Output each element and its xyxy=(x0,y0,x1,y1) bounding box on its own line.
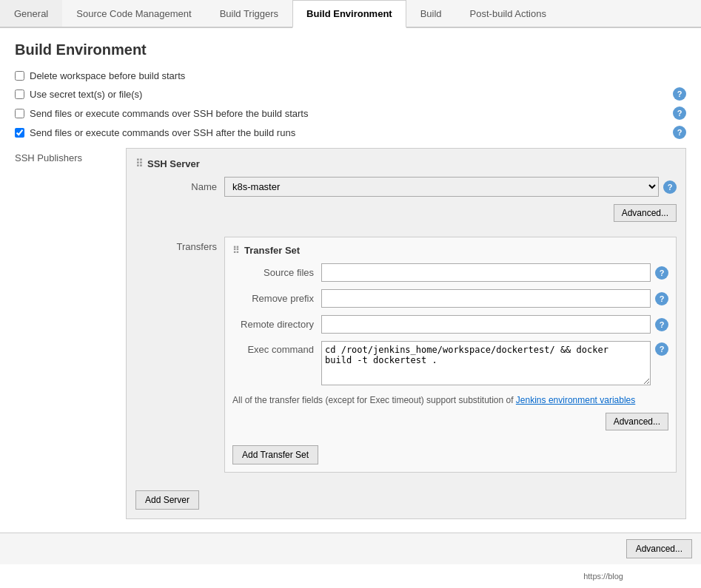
name-help-icon[interactable]: ? xyxy=(663,180,677,194)
transfer-set-box: ⠿ Transfer Set Source files ? Remove pre… xyxy=(224,237,677,473)
source-files-input[interactable] xyxy=(321,263,651,282)
ssh-before-checkbox[interactable] xyxy=(15,109,24,118)
use-secret-help-icon[interactable]: ? xyxy=(673,87,686,101)
remote-dir-row: Remote directory ? xyxy=(232,315,668,334)
name-field-row: Name k8s-master ? xyxy=(135,177,677,197)
remove-prefix-input-wrap xyxy=(321,289,651,308)
remove-prefix-row: Remove prefix ? xyxy=(232,289,668,308)
checkbox-row-4: Send files or execute commands over SSH … xyxy=(15,126,686,139)
source-files-label: Source files xyxy=(232,267,321,278)
transfer-set-header: ⠿ Transfer Set xyxy=(232,245,668,256)
remove-prefix-help-icon[interactable]: ? xyxy=(655,292,668,305)
remove-prefix-input[interactable] xyxy=(321,289,651,308)
exec-command-input-wrap: cd /root/jenkins_home/workspace/dockerte… xyxy=(321,341,651,388)
ts-advanced-row: Advanced... xyxy=(232,413,668,438)
ssh-before-label: Send files or execute commands over SSH … xyxy=(30,108,308,119)
delete-workspace-checkbox[interactable] xyxy=(15,71,24,81)
checkbox-row-3: Send files or execute commands over SSH … xyxy=(15,107,686,120)
page-title: Build Environment xyxy=(15,41,686,58)
ssh-server-handle: ⠿ xyxy=(135,158,143,169)
transfer-set-advanced-btn[interactable]: Advanced... xyxy=(606,413,668,430)
source-files-help-icon[interactable]: ? xyxy=(655,266,668,280)
ssh-before-help-icon[interactable]: ? xyxy=(673,107,686,120)
transfers-section: Transfers ⠿ Transfer Set Source files ? xyxy=(135,237,677,473)
use-secret-checkbox[interactable] xyxy=(15,89,24,99)
name-field-input: k8s-master xyxy=(224,177,659,197)
exec-command-help-icon[interactable]: ? xyxy=(655,342,668,356)
transfer-set-title: Transfer Set xyxy=(244,245,300,256)
bottom-bar: Advanced... xyxy=(0,533,701,564)
transfers-label: Transfers xyxy=(135,237,224,252)
ssh-server-outer-box: ⠿ SSH Server Name k8s-master ? Advanced.… xyxy=(126,148,686,519)
tab-post-build[interactable]: Post-build Actions xyxy=(456,0,560,27)
remove-prefix-label: Remove prefix xyxy=(232,293,321,304)
remote-dir-label: Remote directory xyxy=(232,319,321,330)
bottom-advanced-btn[interactable]: Advanced... xyxy=(626,539,692,558)
checkbox-row-1: Delete workspace before build starts xyxy=(15,70,686,81)
ssh-server-title: SSH Server xyxy=(147,158,200,169)
add-server-row: Add Server xyxy=(135,483,677,510)
exec-note-text: All of the transfer fields (except for E… xyxy=(232,395,516,405)
tabs-bar: General Source Code Management Build Tri… xyxy=(0,0,701,28)
exec-note: All of the transfer fields (except for E… xyxy=(232,395,668,405)
add-server-btn[interactable]: Add Server xyxy=(135,490,199,510)
advanced-btn-row: Advanced... xyxy=(135,204,677,229)
transfer-set-handle: ⠿ xyxy=(232,245,240,256)
use-secret-label: Use secret text(s) or file(s) xyxy=(30,89,142,100)
main-content: Build Environment Delete workspace befor… xyxy=(0,28,701,533)
tab-build-triggers[interactable]: Build Triggers xyxy=(206,0,292,27)
checkbox-row-2: Use secret text(s) or file(s) ? xyxy=(15,87,686,101)
tab-source-code[interactable]: Source Code Management xyxy=(62,0,205,27)
tab-build-environment[interactable]: Build Environment xyxy=(292,0,406,28)
ssh-server-advanced-btn[interactable]: Advanced... xyxy=(614,204,677,222)
ssh-after-label: Send files or execute commands over SSH … xyxy=(30,127,295,138)
ssh-server-header: ⠿ SSH Server xyxy=(135,158,677,169)
source-files-row: Source files ? xyxy=(232,263,668,282)
ssh-after-checkbox[interactable] xyxy=(15,128,24,138)
remote-dir-help-icon[interactable]: ? xyxy=(655,318,668,331)
exec-command-label: Exec command xyxy=(232,341,321,355)
ssh-publishers-section: SSH Publishers ⠿ SSH Server Name k8s-mas… xyxy=(15,148,686,519)
tab-build[interactable]: Build xyxy=(406,0,456,27)
name-field-label: Name xyxy=(135,181,224,192)
exec-command-textarea[interactable]: cd /root/jenkins_home/workspace/dockerte… xyxy=(321,341,651,385)
exec-command-row: Exec command cd /root/jenkins_home/works… xyxy=(232,341,668,388)
delete-workspace-label: Delete workspace before build starts xyxy=(30,70,185,81)
remote-dir-input-wrap xyxy=(321,315,651,334)
ssh-publishers-label: SSH Publishers xyxy=(15,148,126,519)
name-select[interactable]: k8s-master xyxy=(224,177,659,197)
remote-dir-input[interactable] xyxy=(321,315,651,334)
add-transfer-btn-row: Add Transfer Set xyxy=(232,438,668,464)
ssh-after-help-icon[interactable]: ? xyxy=(673,126,686,139)
tab-general[interactable]: General xyxy=(0,0,62,27)
add-transfer-set-btn[interactable]: Add Transfer Set xyxy=(232,445,318,464)
jenkins-vars-link[interactable]: Jenkins environment variables xyxy=(516,395,635,405)
source-files-input-wrap xyxy=(321,263,651,282)
